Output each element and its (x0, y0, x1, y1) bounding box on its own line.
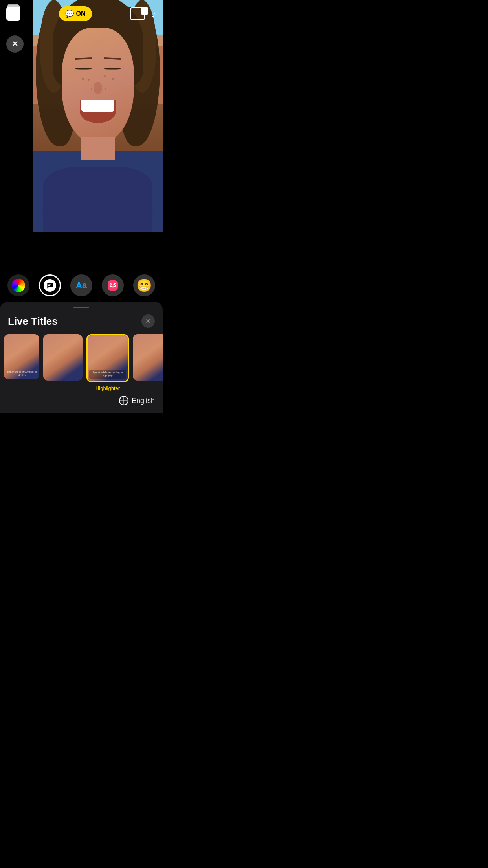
thumbnail-item-3[interactable]: Speak while recording to add text Highli… (86, 334, 129, 391)
freckle-5 (91, 88, 92, 90)
freckle-1 (82, 78, 84, 80)
caption-tool-button[interactable] (39, 274, 61, 296)
eye-right (104, 68, 121, 69)
person-overlay (33, 0, 163, 232)
freckle-2 (88, 79, 90, 81)
freckle-6 (105, 88, 106, 90)
photo-frame-icon (130, 7, 145, 20)
thumb-face-2 (43, 334, 83, 381)
nose (94, 82, 102, 94)
freckle-4 (112, 78, 114, 80)
caption-tool-icon (44, 279, 56, 292)
sticker-icon (106, 279, 119, 292)
thumbnail-label-3: Highlighter (95, 385, 120, 391)
color-wheel-icon (12, 279, 25, 292)
svg-rect-2 (108, 280, 118, 291)
caption-bubble-icon: 💬 (65, 9, 74, 18)
language-label: English (132, 397, 155, 405)
video-preview: We are having a great time at the beach … (33, 0, 163, 232)
caption-toggle-label: ON (76, 10, 86, 17)
thumb-face-4 (133, 334, 163, 381)
thumbnail-item-4[interactable] (133, 334, 163, 391)
globe-icon (119, 396, 128, 405)
panel-handle[interactable] (73, 307, 89, 308)
live-titles-panel: Live Titles ✕ Speak while recording to a… (0, 302, 163, 413)
close-button[interactable]: ✕ (6, 35, 24, 53)
thumbnail-image-3: Speak while recording to add text (86, 334, 129, 382)
thumbnail-image-4 (133, 334, 163, 381)
svg-rect-1 (48, 285, 50, 286)
body (43, 167, 152, 232)
neck (81, 137, 115, 160)
top-toolbar: 💬 ON ♪ (0, 0, 163, 28)
stacks-icon[interactable] (6, 7, 20, 21)
language-button[interactable]: English (119, 396, 155, 405)
thumb-speak-3: Speak while recording to add text (89, 370, 126, 379)
mouth (80, 100, 116, 123)
eye-left (75, 68, 92, 69)
sticker-tool-button[interactable] (102, 274, 124, 296)
thumbnail-item-1[interactable]: Speak while recording to add text (4, 334, 39, 391)
toolbar-left (6, 7, 20, 21)
toolbar-center: 💬 ON (59, 6, 92, 21)
toolbar-right: ♪ (130, 7, 156, 20)
emoji-tool-button[interactable]: 😁 (133, 274, 155, 296)
eyebrow-left (75, 57, 92, 60)
thumb-caption-1: Speak while recording to add text (6, 370, 38, 377)
eyebrow-right (104, 57, 121, 60)
panel-close-icon: ✕ (145, 317, 151, 326)
svg-rect-0 (48, 285, 51, 285)
thumbnails-row: Speak while recording to add text Speak … (0, 334, 163, 391)
thumbnail-image-2 (43, 334, 83, 381)
panel-header: Live Titles ✕ (0, 314, 163, 334)
panel-title: Live Titles (8, 315, 58, 327)
face (62, 28, 134, 144)
thumbnail-image-1: Speak while recording to add text (4, 334, 39, 379)
music-button[interactable]: ♪ (151, 9, 156, 19)
freckle-3 (104, 75, 106, 77)
text-tool-button[interactable]: Aa (70, 274, 92, 296)
teeth (81, 100, 114, 112)
photo-library-button[interactable] (130, 7, 145, 20)
caption-toggle-button[interactable]: 💬 ON (59, 6, 92, 21)
thumbnail-item-2[interactable] (43, 334, 83, 391)
panel-close-button[interactable]: ✕ (141, 314, 155, 328)
color-tool-button[interactable] (7, 274, 29, 296)
bottom-toolbar: Aa 😁 (0, 267, 163, 302)
language-bar: English (0, 391, 163, 413)
text-tool-label: Aa (76, 280, 87, 291)
emoji-icon: 😁 (136, 279, 152, 292)
close-icon: ✕ (11, 40, 18, 48)
message-bubble-icon (46, 281, 54, 289)
